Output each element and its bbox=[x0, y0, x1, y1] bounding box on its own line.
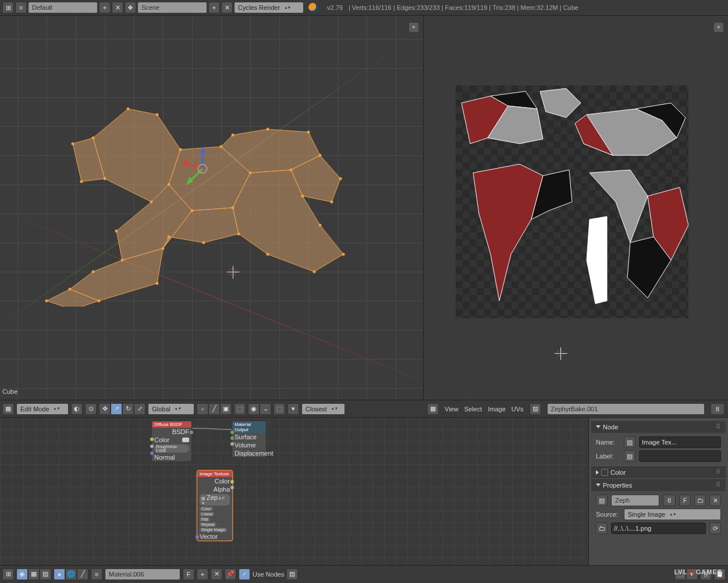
filepath-reload-icon[interactable]: ⟳ bbox=[709, 522, 721, 534]
material-add-button[interactable]: + bbox=[197, 568, 208, 580]
scene-field[interactable]: Scene bbox=[137, 2, 207, 13]
manip-translate[interactable]: ↗ bbox=[111, 403, 122, 415]
scene-browse-icon[interactable]: ❖ bbox=[125, 2, 136, 13]
node-header: Image Texture bbox=[197, 471, 232, 477]
editor-type-node-icon[interactable]: ⊞ bbox=[2, 568, 14, 580]
filepath-browse-icon[interactable]: 🗀 bbox=[596, 522, 608, 534]
node-tree-type-toggles: ◉ ▦ ▨ bbox=[16, 568, 51, 580]
uv-menu-view[interactable]: View bbox=[445, 406, 459, 413]
source-dropdown[interactable]: Single Image▲▼ bbox=[624, 509, 721, 520]
layout-remove-button[interactable]: ✕ bbox=[112, 2, 123, 13]
sel-vertex[interactable]: ▫ bbox=[197, 403, 208, 415]
panel-node-head[interactable]: Node⠿ bbox=[591, 420, 726, 433]
material-browse-icon[interactable]: ≡ bbox=[91, 568, 102, 580]
uv-menu-select[interactable]: Select bbox=[464, 406, 482, 413]
node-editor-canvas[interactable]: Diffuse BSDF BSDF Color Roughness: 0.000… bbox=[0, 418, 588, 565]
render-engine-dropdown[interactable]: Cycles Render▲▼ bbox=[234, 2, 304, 13]
svg-point-13 bbox=[232, 207, 235, 209]
image-users[interactable]: 8 bbox=[663, 495, 676, 506]
uv-menu-uvs[interactable]: UVs bbox=[512, 406, 524, 413]
prop-edit-falloff[interactable]: ⌄ bbox=[260, 403, 271, 415]
sel-edge[interactable]: ╱ bbox=[208, 403, 220, 415]
editor-type-uv-icon[interactable]: ▦ bbox=[427, 403, 439, 415]
limit-selection-icon[interactable]: ⬚ bbox=[234, 403, 246, 415]
snap-toggle[interactable]: ⬚ bbox=[274, 403, 285, 415]
watermark-logo: LVL12GAMES bbox=[674, 560, 722, 578]
svg-point-30 bbox=[342, 253, 345, 256]
manipulator-toggles: ✥ ↗ ↻ ⤢ bbox=[99, 403, 145, 415]
image-users-count[interactable]: 8 bbox=[711, 403, 725, 415]
svg-point-15 bbox=[168, 183, 171, 186]
shader-type-toggles: ● 🌐 ╱ bbox=[54, 568, 88, 580]
image-name-short[interactable]: Zeph bbox=[611, 495, 659, 506]
prop-edit-toggle[interactable]: ◉ bbox=[248, 403, 260, 415]
node-label-icon[interactable]: ▨ bbox=[624, 450, 635, 462]
panel-color-head[interactable]: Color⠿ bbox=[591, 465, 726, 478]
image-datablock-icon[interactable]: ▨ bbox=[596, 495, 608, 506]
layout-field[interactable]: Default bbox=[28, 2, 98, 13]
image-unlink-button[interactable]: ✕ bbox=[709, 495, 721, 506]
svg-marker-50 bbox=[182, 159, 187, 166]
scene-add-button[interactable]: + bbox=[208, 2, 220, 13]
editor-type-icon[interactable]: ⊞ bbox=[2, 2, 14, 13]
properties-shelf-toggle[interactable]: + bbox=[409, 23, 418, 32]
color-checkbox[interactable] bbox=[601, 469, 608, 476]
shading-icon[interactable]: ◐ bbox=[71, 403, 83, 415]
svg-point-41 bbox=[80, 180, 83, 183]
filepath-input[interactable]: //..\..\....1.png bbox=[611, 522, 706, 534]
svg-point-28 bbox=[301, 195, 304, 198]
svg-point-26 bbox=[339, 177, 342, 180]
backdrop-icon[interactable]: ▨ bbox=[286, 568, 298, 580]
use-nodes-checkbox[interactable]: ✓ bbox=[239, 568, 250, 580]
node-diffuse-bsdf[interactable]: Diffuse BSDF BSDF Color Roughness: 0.000… bbox=[151, 421, 192, 462]
snap-element-icon[interactable]: ▾ bbox=[287, 403, 299, 415]
node-name-input[interactable]: Image Tex... bbox=[639, 436, 721, 448]
node-label-input[interactable] bbox=[639, 450, 721, 462]
node-image-texture[interactable]: Image Texture Color Alpha ▨ Zep 8 F ✕ Co… bbox=[197, 470, 233, 541]
world-shader-icon[interactable]: 🌐 bbox=[65, 568, 77, 580]
snap-target-dropdown[interactable]: Closest▲▼ bbox=[301, 403, 345, 415]
mode-dropdown[interactable]: Edit Mode▲▼ bbox=[16, 403, 69, 415]
svg-point-27 bbox=[331, 201, 333, 204]
panel-properties-head[interactable]: Properties⠿ bbox=[591, 478, 726, 491]
uv-image-editor[interactable]: + bbox=[424, 16, 728, 400]
svg-point-20 bbox=[156, 113, 159, 116]
node-properties-sidebar: Node⠿ Name: ▨ Image Tex... Label: ▨ Colo… bbox=[588, 418, 728, 565]
image-name-field[interactable]: ZephyrBake.001 bbox=[547, 403, 705, 415]
material-fake-user[interactable]: F bbox=[183, 568, 194, 580]
transform-gizmo[interactable] bbox=[180, 147, 227, 193]
sel-face[interactable]: ▣ bbox=[220, 403, 232, 415]
layout-add-button[interactable]: + bbox=[99, 2, 111, 13]
svg-point-40 bbox=[92, 271, 95, 273]
editor-type-3dview-icon[interactable]: ▦ bbox=[2, 403, 14, 415]
orientation-dropdown[interactable]: Global▲▼ bbox=[148, 403, 194, 415]
material-name-field[interactable]: Material.006 bbox=[105, 568, 180, 580]
pivot-icon[interactable]: ⊙ bbox=[85, 403, 97, 415]
material-unlink-button[interactable]: ✕ bbox=[211, 568, 222, 580]
manip-rotate[interactable]: ↻ bbox=[122, 403, 134, 415]
compositor-tree-icon[interactable]: ▦ bbox=[28, 568, 40, 580]
fake-user-button[interactable]: F bbox=[679, 495, 691, 506]
name-label: Name: bbox=[596, 439, 620, 446]
image-open-icon[interactable]: 🗀 bbox=[694, 495, 706, 506]
node-type-icon[interactable]: ▨ bbox=[624, 436, 635, 448]
blender-logo-icon bbox=[308, 3, 318, 12]
pin-icon[interactable]: 📌 bbox=[225, 568, 236, 580]
svg-point-23 bbox=[307, 131, 310, 134]
screen-browse-icon[interactable]: ≡ bbox=[15, 2, 27, 13]
svg-point-43 bbox=[45, 300, 48, 303]
image-browse-icon[interactable]: ▨ bbox=[530, 403, 541, 415]
uv-shelf-toggle[interactable]: + bbox=[714, 23, 723, 32]
mesh-object[interactable] bbox=[17, 86, 355, 307]
line-shader-icon[interactable]: ╱ bbox=[77, 568, 88, 580]
3d-viewport[interactable]: + bbox=[0, 16, 424, 400]
manip-toggle[interactable]: ✥ bbox=[99, 403, 111, 415]
texture-tree-icon[interactable]: ▨ bbox=[40, 568, 51, 580]
scene-remove-button[interactable]: ✕ bbox=[221, 2, 233, 13]
svg-point-46 bbox=[168, 236, 171, 239]
use-nodes-toggle[interactable]: ✓ Use Nodes bbox=[239, 568, 284, 580]
shader-tree-icon[interactable]: ◉ bbox=[16, 568, 28, 580]
manip-scale[interactable]: ⤢ bbox=[134, 403, 145, 415]
object-shader-icon[interactable]: ● bbox=[54, 568, 65, 580]
node-material-output[interactable]: Material Output Surface Volume Displacem… bbox=[232, 421, 267, 458]
